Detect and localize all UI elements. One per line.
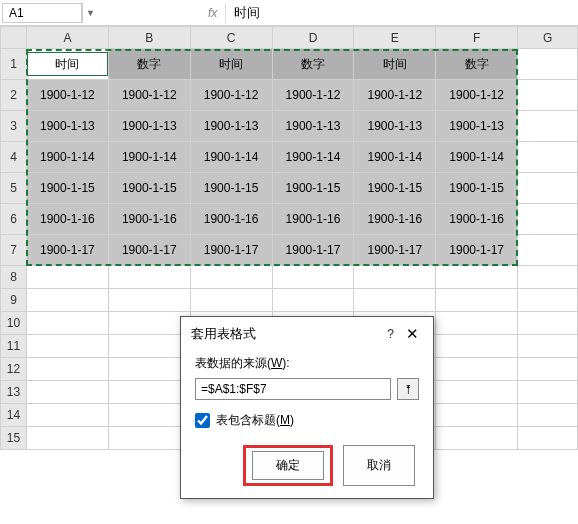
column-header[interactable]: E bbox=[354, 27, 436, 49]
column-header[interactable]: C bbox=[190, 27, 272, 49]
formula-input[interactable] bbox=[225, 3, 578, 23]
row-header[interactable]: 4 bbox=[1, 142, 27, 173]
has-headers-checkbox[interactable] bbox=[195, 413, 210, 428]
empty-cell[interactable] bbox=[436, 266, 518, 289]
empty-cell[interactable] bbox=[518, 427, 578, 450]
data-cell[interactable]: 1900-1-17 bbox=[108, 235, 190, 266]
empty-cell[interactable] bbox=[436, 427, 518, 450]
empty-cell[interactable] bbox=[518, 142, 578, 173]
row-header[interactable]: 7 bbox=[1, 235, 27, 266]
data-cell[interactable]: 1900-1-12 bbox=[108, 80, 190, 111]
empty-cell[interactable] bbox=[26, 312, 108, 335]
row-header[interactable]: 6 bbox=[1, 204, 27, 235]
data-cell[interactable]: 1900-1-16 bbox=[354, 204, 436, 235]
name-box[interactable]: A1 bbox=[2, 3, 82, 23]
empty-cell[interactable] bbox=[518, 358, 578, 381]
empty-cell[interactable] bbox=[26, 335, 108, 358]
data-cell[interactable]: 1900-1-17 bbox=[272, 235, 354, 266]
name-box-dropdown[interactable]: ▼ bbox=[82, 3, 98, 23]
column-header[interactable]: A bbox=[26, 27, 108, 49]
empty-cell[interactable] bbox=[108, 381, 190, 404]
data-cell[interactable]: 1900-1-12 bbox=[354, 80, 436, 111]
data-cell[interactable]: 时间 bbox=[26, 49, 108, 80]
empty-cell[interactable] bbox=[190, 266, 272, 289]
empty-cell[interactable] bbox=[108, 289, 190, 312]
row-header[interactable]: 12 bbox=[1, 358, 27, 381]
empty-cell[interactable] bbox=[354, 266, 436, 289]
data-cell[interactable]: 1900-1-12 bbox=[272, 80, 354, 111]
collapse-dialog-button[interactable]: ⭱ bbox=[397, 378, 419, 400]
cancel-button[interactable]: 取消 bbox=[343, 445, 415, 486]
empty-cell[interactable] bbox=[108, 358, 190, 381]
ok-button[interactable]: 确定 bbox=[252, 451, 324, 480]
empty-cell[interactable] bbox=[436, 312, 518, 335]
empty-cell[interactable] bbox=[518, 235, 578, 266]
data-cell[interactable]: 数字 bbox=[108, 49, 190, 80]
row-header[interactable]: 9 bbox=[1, 289, 27, 312]
column-header[interactable]: D bbox=[272, 27, 354, 49]
data-cell[interactable]: 1900-1-15 bbox=[190, 173, 272, 204]
empty-cell[interactable] bbox=[26, 289, 108, 312]
data-cell[interactable]: 1900-1-13 bbox=[26, 111, 108, 142]
row-header[interactable]: 15 bbox=[1, 427, 27, 450]
empty-cell[interactable] bbox=[354, 289, 436, 312]
data-cell[interactable]: 1900-1-15 bbox=[108, 173, 190, 204]
empty-cell[interactable] bbox=[436, 289, 518, 312]
empty-cell[interactable] bbox=[436, 404, 518, 427]
has-headers-label[interactable]: 表包含标题(M) bbox=[216, 412, 294, 429]
row-header[interactable]: 2 bbox=[1, 80, 27, 111]
empty-cell[interactable] bbox=[436, 358, 518, 381]
empty-cell[interactable] bbox=[518, 266, 578, 289]
data-cell[interactable]: 1900-1-17 bbox=[436, 235, 518, 266]
row-header[interactable]: 11 bbox=[1, 335, 27, 358]
data-cell[interactable]: 1900-1-13 bbox=[190, 111, 272, 142]
data-cell[interactable]: 1900-1-12 bbox=[26, 80, 108, 111]
data-cell[interactable]: 1900-1-17 bbox=[354, 235, 436, 266]
data-cell[interactable]: 1900-1-12 bbox=[436, 80, 518, 111]
empty-cell[interactable] bbox=[518, 204, 578, 235]
empty-cell[interactable] bbox=[108, 404, 190, 427]
data-cell[interactable]: 1900-1-16 bbox=[108, 204, 190, 235]
empty-cell[interactable] bbox=[272, 289, 354, 312]
data-cell[interactable]: 数字 bbox=[436, 49, 518, 80]
data-cell[interactable]: 1900-1-14 bbox=[26, 142, 108, 173]
fx-label[interactable]: fx bbox=[208, 6, 217, 20]
empty-cell[interactable] bbox=[108, 335, 190, 358]
data-cell[interactable]: 1900-1-16 bbox=[26, 204, 108, 235]
data-cell[interactable]: 1900-1-12 bbox=[190, 80, 272, 111]
row-header[interactable]: 13 bbox=[1, 381, 27, 404]
data-cell[interactable]: 1900-1-13 bbox=[108, 111, 190, 142]
empty-cell[interactable] bbox=[272, 266, 354, 289]
empty-cell[interactable] bbox=[26, 381, 108, 404]
data-cell[interactable]: 1900-1-15 bbox=[26, 173, 108, 204]
dialog-help-button[interactable]: ? bbox=[379, 327, 402, 341]
row-header[interactable]: 14 bbox=[1, 404, 27, 427]
column-header[interactable]: F bbox=[436, 27, 518, 49]
data-cell[interactable]: 1900-1-16 bbox=[190, 204, 272, 235]
data-cell[interactable]: 1900-1-13 bbox=[436, 111, 518, 142]
row-header[interactable]: 10 bbox=[1, 312, 27, 335]
row-header[interactable]: 1 bbox=[1, 49, 27, 80]
data-cell[interactable]: 1900-1-14 bbox=[108, 142, 190, 173]
range-input[interactable] bbox=[195, 378, 391, 400]
empty-cell[interactable] bbox=[190, 289, 272, 312]
select-all-corner[interactable] bbox=[1, 27, 27, 49]
data-cell[interactable]: 1900-1-16 bbox=[436, 204, 518, 235]
empty-cell[interactable] bbox=[518, 80, 578, 111]
dialog-close-button[interactable]: ✕ bbox=[402, 325, 423, 343]
data-cell[interactable]: 1900-1-13 bbox=[354, 111, 436, 142]
empty-cell[interactable] bbox=[26, 358, 108, 381]
empty-cell[interactable] bbox=[26, 427, 108, 450]
data-cell[interactable]: 时间 bbox=[354, 49, 436, 80]
data-cell[interactable]: 1900-1-15 bbox=[436, 173, 518, 204]
row-header[interactable]: 5 bbox=[1, 173, 27, 204]
empty-cell[interactable] bbox=[108, 266, 190, 289]
empty-cell[interactable] bbox=[108, 427, 190, 450]
data-cell[interactable]: 1900-1-15 bbox=[354, 173, 436, 204]
column-header[interactable]: G bbox=[518, 27, 578, 49]
empty-cell[interactable] bbox=[518, 381, 578, 404]
empty-cell[interactable] bbox=[518, 312, 578, 335]
data-cell[interactable]: 1900-1-15 bbox=[272, 173, 354, 204]
data-cell[interactable]: 数字 bbox=[272, 49, 354, 80]
empty-cell[interactable] bbox=[518, 111, 578, 142]
